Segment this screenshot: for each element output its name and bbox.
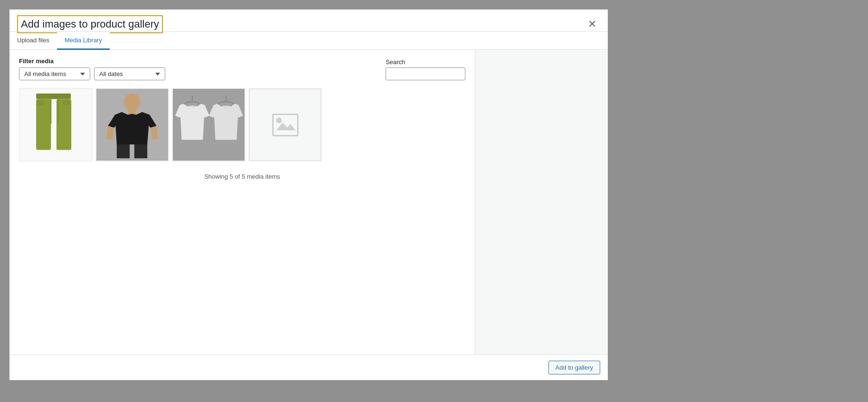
svg-rect-16 <box>273 114 298 135</box>
tab-upload[interactable]: Upload files <box>9 32 57 50</box>
search-area: Search <box>386 58 465 80</box>
media-grid <box>19 88 465 162</box>
modal-title: Add images to product gallery <box>19 17 161 31</box>
media-thumbnail <box>20 89 92 161</box>
detail-sidebar <box>475 50 608 354</box>
media-type-select[interactable]: All media items Images Audio Video <box>19 67 90 80</box>
svg-rect-1 <box>36 94 71 99</box>
tab-media-library[interactable]: Media Library <box>57 32 110 50</box>
media-modal: Add images to product gallery ✕ Upload f… <box>9 10 608 380</box>
date-select[interactable]: All dates January 2024 February 2024 <box>94 67 165 80</box>
svg-point-9 <box>123 94 140 110</box>
close-button[interactable]: ✕ <box>586 19 598 29</box>
svg-rect-6 <box>37 100 44 105</box>
search-label: Search <box>386 58 465 66</box>
add-to-gallery-button[interactable]: Add to gallery <box>548 361 601 374</box>
svg-rect-2 <box>36 99 51 150</box>
media-placeholder <box>249 89 321 161</box>
svg-rect-7 <box>63 100 70 105</box>
filter-left: Filter media All media items Images Audi… <box>19 57 165 80</box>
search-input[interactable] <box>386 67 465 80</box>
media-thumbnail <box>96 89 168 161</box>
filter-selects: All media items Images Audio Video All d… <box>19 67 165 80</box>
media-main: Filter media All media items Images Audi… <box>9 50 475 354</box>
modal-header: Add images to product gallery ✕ <box>9 10 608 32</box>
media-item[interactable] <box>248 88 322 162</box>
placeholder-icon <box>271 111 300 139</box>
media-item[interactable] <box>172 88 245 162</box>
media-item[interactable] <box>19 88 93 162</box>
modal-body: Filter media All media items Images Audi… <box>9 50 608 354</box>
svg-rect-0 <box>20 89 92 161</box>
media-item[interactable] <box>95 88 169 162</box>
svg-rect-12 <box>134 144 147 158</box>
svg-point-17 <box>276 117 282 123</box>
svg-rect-11 <box>117 144 130 158</box>
filter-row: Filter media All media items Images Audi… <box>19 57 465 80</box>
modal-overlay: Add images to product gallery ✕ Upload f… <box>0 0 868 402</box>
tabs-bar: Upload files Media Library <box>9 32 608 50</box>
media-count: Showing 5 of 5 media items <box>19 173 465 180</box>
media-thumbnail <box>173 89 245 161</box>
modal-footer: Add to gallery <box>9 354 608 380</box>
filter-label: Filter media <box>19 57 165 65</box>
